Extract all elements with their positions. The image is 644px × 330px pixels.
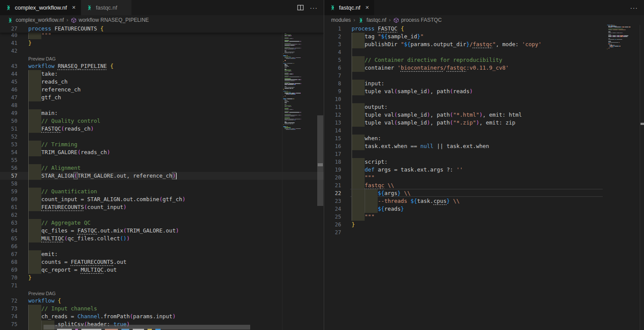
code-line-21[interactable]: 21fastqc \\ [324, 182, 644, 189]
line-number[interactable]: 71 [0, 282, 17, 290]
code-line-70[interactable]: 70} [0, 274, 324, 282]
line-number[interactable]: 3 [324, 40, 341, 48]
line-number[interactable]: 4 [324, 48, 341, 56]
code-line-56[interactable]: 56// Alignment [0, 164, 324, 172]
code-line-72[interactable]: 72workflow { [0, 297, 324, 305]
vertical-scrollbar[interactable] [317, 25, 323, 330]
line-number[interactable]: 17 [324, 150, 341, 158]
line-number[interactable]: 47 [0, 94, 17, 101]
code-line-57[interactable]: 57STAR_ALIGN(TRIM_GALORE.out, reference_… [0, 172, 324, 180]
line-number[interactable]: 73 [0, 305, 17, 313]
code-line-9[interactable]: 9tuple val(sample_id), path(reads) [324, 88, 644, 95]
code-line-48[interactable]: 48 [0, 101, 324, 109]
code-line-7[interactable]: 7 [324, 72, 644, 80]
line-number[interactable]: 48 [0, 101, 17, 109]
code-line-47[interactable]: 47gtf_ch [0, 94, 324, 101]
code-line-52[interactable]: 52 [0, 133, 324, 141]
code-line-73[interactable]: 73// Input channels [0, 305, 324, 313]
line-number[interactable]: 65 [0, 235, 17, 242]
line-number[interactable]: 1 [324, 25, 341, 33]
code-line-43[interactable]: 43workflow RNASEQ_PIPELINE { [0, 62, 324, 70]
minimap[interactable] [606, 25, 632, 330]
code-line-4[interactable]: 4 [324, 48, 644, 56]
code-line-67[interactable]: 67emit: [0, 250, 324, 258]
code-line-66[interactable]: 66 [0, 242, 324, 250]
tab-fastqc.nf[interactable]: fastqc.nf✕ [324, 0, 374, 15]
code-line-50[interactable]: 50// Quality control [0, 117, 324, 125]
codelens-preview-dag[interactable]: Preview DAG [28, 290, 56, 297]
code-line-53[interactable]: 53// Trimming [0, 141, 324, 148]
line-number[interactable]: 58 [0, 180, 17, 188]
code-line-65[interactable]: 65MULTIQC(qc_files.collect()) [0, 235, 324, 242]
line-number[interactable]: 12 [324, 111, 341, 119]
line-number[interactable]: 54 [0, 148, 17, 156]
codelens-preview-dag[interactable]: Preview DAG [28, 55, 56, 62]
line-number[interactable]: 76 [0, 328, 17, 330]
scrollbar-thumb[interactable] [317, 115, 323, 206]
line-number[interactable]: 70 [0, 274, 17, 282]
line-number[interactable]: 67 [0, 250, 17, 258]
code-editor-left[interactable]: 27process FEATURECOUNTS { 40"""41}42Prev… [0, 25, 324, 330]
line-number[interactable]: 68 [0, 258, 17, 266]
code-editor-right[interactable]: 1process FASTQC {2tag "${sample_id}"3pub… [324, 25, 644, 330]
line-number[interactable]: 45 [0, 78, 17, 86]
line-number[interactable]: 20 [324, 174, 341, 182]
line-number[interactable]: 8 [324, 80, 341, 88]
code-line-18[interactable]: 18script: [324, 158, 644, 166]
line-number[interactable]: 10 [324, 95, 341, 103]
line-number[interactable]: 7 [324, 72, 341, 80]
line-number[interactable]: 53 [0, 141, 17, 148]
line-number[interactable]: 16 [324, 142, 341, 150]
code-line-23[interactable]: 23--threads ${task.cpus} \\ [324, 197, 644, 205]
line-number[interactable]: 2 [324, 33, 341, 40]
code-line-3[interactable]: 3publishDir "${params.output_dir}/fastqc… [324, 40, 644, 48]
line-number[interactable]: 66 [0, 242, 17, 250]
line-number[interactable]: 6 [324, 64, 341, 72]
breadcrumb-file[interactable]: complex_workflow.nf [16, 17, 64, 23]
code-line-60[interactable]: 60count_input = STAR_ALIGN.out.combine(g… [0, 195, 324, 203]
minimap[interactable] [282, 25, 317, 330]
line-number[interactable]: 57 [0, 172, 17, 180]
breadcrumb-symbol[interactable]: workflow RNASEQ_PIPELINE [79, 17, 149, 23]
line-number[interactable]: 74 [0, 313, 17, 320]
tab-close-icon[interactable]: ✕ [72, 5, 76, 10]
line-number[interactable]: 14 [324, 127, 341, 135]
line-number[interactable]: 72 [0, 297, 17, 305]
line-number[interactable]: 19 [324, 166, 341, 174]
code-line-25[interactable]: 25""" [324, 213, 644, 221]
code-line-8[interactable]: 8input: [324, 80, 644, 88]
code-line-17[interactable]: 17 [324, 150, 644, 158]
code-line-69[interactable]: 69qc_report = MULTIQC.out [0, 266, 324, 274]
code-line-16[interactable]: 16task.ext.when == null || task.ext.when [324, 142, 644, 150]
code-line-46[interactable]: 46reference_ch [0, 86, 324, 94]
scrollbar-grip[interactable] [318, 163, 323, 166]
line-number[interactable]: 21 [324, 182, 341, 189]
breadcrumb-folder[interactable]: modules [331, 17, 351, 23]
breadcrumb-symbol[interactable]: process FASTQC [401, 17, 442, 23]
line-number[interactable]: 13 [324, 119, 341, 127]
code-line-71[interactable]: 71 [0, 282, 324, 290]
code-line-20[interactable]: 20""" [324, 174, 644, 182]
sticky-scroll-line[interactable]: 27process FEATURECOUNTS { [0, 25, 324, 33]
line-number[interactable]: 22 [324, 189, 341, 197]
code-line-54[interactable]: 54TRIM_GALORE(reads_ch) [0, 148, 324, 156]
code-line-51[interactable]: 51FASTQC(reads_ch) [0, 125, 324, 133]
line-number[interactable]: 42 [0, 47, 17, 55]
code-line-55[interactable]: 55 [0, 156, 324, 164]
line-number[interactable]: 46 [0, 86, 17, 94]
code-line-41[interactable]: 41} [0, 39, 324, 47]
line-number[interactable]: 49 [0, 109, 17, 117]
line-number[interactable]: 9 [324, 88, 341, 95]
code-line-63[interactable]: 63// Aggregate QC [0, 219, 324, 227]
code-line-62[interactable]: 62 [0, 211, 324, 219]
code-line-59[interactable]: 59// Quantification [0, 188, 324, 195]
horizontal-scrollbar[interactable] [44, 325, 250, 330]
line-number[interactable]: 60 [0, 195, 17, 203]
code-line-11[interactable]: 11output: [324, 103, 644, 111]
code-line-64[interactable]: 64qc_files = FASTQC.out.mix(TRIM_GALORE.… [0, 227, 324, 235]
editor-actions-more-icon[interactable]: ··· [630, 4, 638, 11]
code-line-5[interactable]: 5// Container directive for reproducibil… [324, 56, 644, 64]
code-line-12[interactable]: 12tuple val(sample_id), path("*.html"), … [324, 111, 644, 119]
line-number[interactable]: 55 [0, 156, 17, 164]
code-line-22[interactable]: 22${args} \\ [324, 189, 644, 197]
